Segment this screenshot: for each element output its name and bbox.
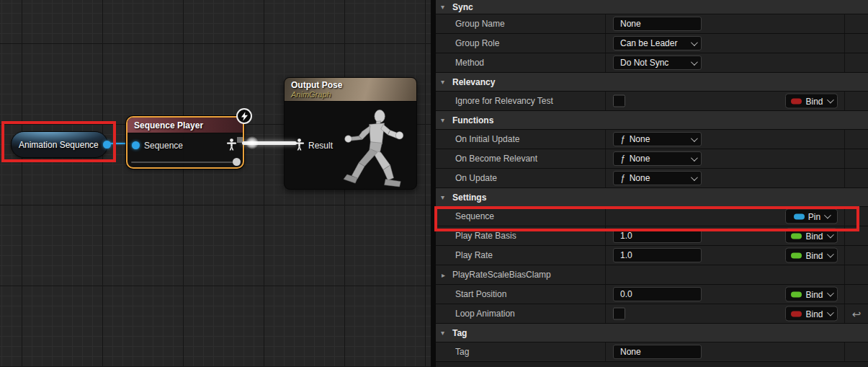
play-rate-input[interactable] bbox=[613, 248, 702, 262]
section-header-sync[interactable]: ▾ Sync bbox=[436, 0, 868, 14]
section-header-relevancy[interactable]: ▾ Relevancy bbox=[436, 73, 868, 92]
playback-slider-track[interactable] bbox=[131, 162, 237, 163]
reset-to-default-icon[interactable]: ↩ bbox=[852, 309, 862, 319]
chevron-down-icon bbox=[826, 309, 833, 317]
bind-state-pill-green bbox=[791, 233, 802, 239]
sequence-input-pin-label: Sequence bbox=[144, 141, 183, 151]
start-position-bind-button[interactable]: Bind bbox=[785, 287, 838, 302]
play-rate-basis-bind-button[interactable]: Bind bbox=[785, 229, 838, 244]
row-start-position: Start Position Bind bbox=[436, 285, 868, 304]
row-on-become-relevant: On Become Relevant ƒ None bbox=[436, 149, 868, 169]
row-sequence: Sequence Pin bbox=[436, 207, 868, 226]
chevron-down-icon bbox=[824, 212, 831, 219]
bind-state-pill-red bbox=[791, 98, 802, 104]
collapse-triangle-icon: ▾ bbox=[441, 3, 452, 11]
on-initial-update-dropdown[interactable]: ƒ None bbox=[613, 132, 702, 146]
animgraph-canvas[interactable]: Animation Sequence Sequence Player Seque… bbox=[0, 0, 431, 367]
output-pose-node-subtitle: AnimGraph bbox=[291, 90, 416, 99]
mannequin-image bbox=[327, 105, 415, 190]
row-play-rate: Play Rate Bind bbox=[436, 246, 868, 265]
function-icon: ƒ bbox=[620, 173, 625, 183]
chevron-down-icon bbox=[826, 231, 833, 239]
play-rate-basis-input[interactable] bbox=[613, 229, 702, 243]
chevron-down-icon bbox=[826, 290, 833, 297]
chevron-down-icon bbox=[691, 58, 698, 66]
playback-slider-handle[interactable] bbox=[233, 158, 241, 166]
animation-sequence-node[interactable]: Animation Sequence bbox=[11, 131, 108, 158]
play-rate-bind-button[interactable]: Bind bbox=[785, 248, 838, 263]
section-header-functions[interactable]: ▾ Functions bbox=[436, 111, 868, 130]
sequence-pin-button[interactable]: Pin bbox=[785, 209, 838, 224]
collapse-triangle-icon: ▾ bbox=[441, 329, 452, 337]
chevron-down-icon bbox=[691, 154, 698, 162]
loop-animation-bind-button[interactable]: Bind bbox=[785, 306, 838, 322]
method-dropdown[interactable]: Do Not Sync bbox=[613, 56, 702, 70]
sequence-input-pin[interactable] bbox=[132, 141, 140, 149]
bind-state-pill-blue bbox=[794, 213, 805, 219]
expand-triangle-icon[interactable]: ▸ bbox=[442, 271, 452, 279]
function-icon: ƒ bbox=[620, 134, 625, 144]
row-playratescalebiasclamp: ▸ PlayRateScaleBiasClamp bbox=[436, 265, 868, 285]
pose-output-pin-icon[interactable] bbox=[226, 138, 237, 151]
row-group-name: Group Name bbox=[436, 14, 868, 34]
output-pose-node-title: Output Pose bbox=[291, 80, 416, 90]
row-on-update: On Update ƒ None bbox=[436, 169, 868, 188]
chevron-down-icon bbox=[691, 39, 698, 46]
collapse-triangle-icon: ▾ bbox=[441, 78, 452, 86]
wire-glow-blob bbox=[246, 136, 259, 149]
ignore-relevancy-bind-button[interactable]: Bind bbox=[785, 94, 838, 109]
row-method: Method Do Not Sync bbox=[436, 53, 868, 73]
collapse-triangle-icon: ▾ bbox=[441, 116, 452, 124]
bind-state-pill-red bbox=[791, 311, 802, 317]
row-ignore-for-relevancy-test: Ignore for Relevancy Test Bind bbox=[436, 92, 868, 111]
sequence-player-node-header[interactable]: Sequence Player bbox=[127, 118, 243, 133]
output-pose-node[interactable]: Output Pose AnimGraph Result bbox=[284, 77, 417, 190]
output-pose-node-body: Result bbox=[285, 102, 416, 190]
row-play-rate-basis: Play Rate Basis Bind bbox=[436, 226, 868, 246]
function-icon: ƒ bbox=[620, 154, 625, 164]
row-group-role: Group Role Can be Leader bbox=[436, 34, 868, 53]
section-header-settings[interactable]: ▾ Settings bbox=[436, 188, 868, 207]
chevron-down-icon bbox=[691, 135, 698, 142]
sequence-player-node[interactable]: Sequence Player Sequence bbox=[126, 116, 244, 169]
bind-state-pill-green bbox=[791, 291, 802, 297]
tag-input[interactable] bbox=[613, 345, 702, 359]
chevron-down-icon bbox=[691, 174, 698, 181]
details-panel: ▾ Sync Group Name Group Role Can be Lead… bbox=[436, 0, 868, 367]
section-header-tag[interactable]: ▾ Tag bbox=[436, 324, 868, 342]
group-name-input[interactable] bbox=[613, 17, 702, 31]
row-loop-animation: Loop Animation Bind ↩ bbox=[436, 304, 868, 324]
loop-animation-checkbox[interactable] bbox=[613, 308, 625, 320]
group-role-dropdown[interactable]: Can be Leader bbox=[613, 36, 702, 50]
sequence-player-node-title: Sequence Player bbox=[134, 120, 203, 131]
animation-sequence-node-title: Animation Sequence bbox=[19, 140, 99, 150]
ignore-relevancy-checkbox[interactable] bbox=[613, 95, 625, 107]
row-tag: Tag bbox=[436, 342, 868, 362]
row-on-initial-update: On Initial Update ƒ None bbox=[436, 130, 868, 149]
on-update-dropdown[interactable]: ƒ None bbox=[613, 171, 702, 185]
fast-path-lightning-icon bbox=[236, 108, 252, 124]
output-pose-node-header[interactable]: Output Pose AnimGraph bbox=[285, 78, 416, 102]
chevron-down-icon bbox=[826, 251, 833, 258]
collapse-triangle-icon: ▾ bbox=[441, 193, 452, 201]
sequence-player-node-body: Sequence bbox=[127, 133, 243, 169]
on-become-relevant-dropdown[interactable]: ƒ None bbox=[613, 151, 702, 166]
start-position-input[interactable] bbox=[613, 287, 702, 301]
animation-sequence-output-pin[interactable] bbox=[103, 141, 111, 149]
bind-state-pill-green bbox=[791, 252, 802, 258]
chevron-down-icon bbox=[826, 97, 833, 104]
